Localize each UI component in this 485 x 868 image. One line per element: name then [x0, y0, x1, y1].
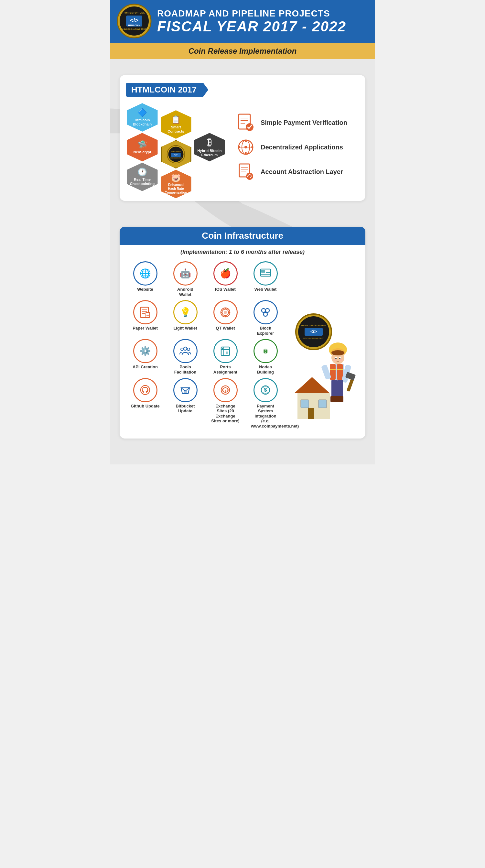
pools-icon [173, 339, 198, 363]
paper-icon [133, 300, 158, 324]
explorer-label: Block Explorer [251, 326, 280, 336]
road-section: HTMLCOIN 2017 🔷 HtmlcoinBlockchain 📋 Sma… [110, 59, 375, 464]
svg-point-25 [251, 146, 253, 148]
infra-item-pools: Pools Facilitation [166, 339, 204, 374]
infra-item-github: Github Update [126, 378, 164, 429]
infra-item-explorer: Block Explorer [247, 300, 285, 336]
header-text: Roadmap and Pipeline Projects Fiscal Yea… [157, 9, 346, 34]
webwallet-label: Web Wallet [255, 287, 277, 292]
svg-rect-99 [336, 396, 344, 402]
ios-icon: 🍎 [214, 261, 238, 285]
infra-item-ios: 🍎 IOS Wallet [206, 261, 245, 297]
hex-neoscrypt: 🛸 NeoScrypt [127, 133, 158, 161]
bitbucket-icon [173, 378, 198, 402]
feature-aal: Account Abstraction Layer [236, 162, 359, 181]
ios-label: IOS Wallet [215, 287, 236, 292]
svg-text:FORTES FORTUNA ADJUVAT: FORTES FORTUNA ADJUVAT [301, 325, 327, 327]
svg-rect-104 [308, 408, 314, 419]
website-icon: 🌐 [133, 261, 158, 285]
svg-point-21 [245, 146, 247, 149]
hex-smart-contracts: 📋 SmartContracts [161, 110, 191, 139]
card-2017: HTMLCOIN 2017 🔷 HtmlcoinBlockchain 📋 Sma… [120, 75, 365, 201]
infra-item-nodes: N Nodes Building [247, 339, 285, 374]
svg-point-22 [245, 141, 247, 142]
header-logo: FORTES FORTUNA IN BLOCKCHAIN WE TRUST </… [117, 3, 152, 40]
svg-text:FORTES FORTUNA: FORTES FORTUNA [171, 151, 181, 153]
ports-icon [214, 339, 238, 363]
dapps-icon [236, 137, 255, 157]
svg-text:</>: </> [311, 329, 317, 334]
svg-text:$: $ [264, 387, 267, 393]
infra-item-paper: Paper Wallet [126, 300, 164, 336]
svg-point-58 [187, 348, 190, 350]
coin-infrastructure-section: Coin Infrastructure (Implementation: 1 t… [110, 227, 375, 452]
svg-point-23 [245, 152, 247, 154]
svg-text:N: N [264, 349, 267, 354]
card-2017-title: HTMLCOIN 2017 [126, 83, 208, 97]
svg-point-52 [263, 312, 267, 316]
payment-label: Payment System Integration (e.g. www.coi… [251, 404, 280, 429]
svg-marker-101 [294, 377, 330, 393]
infra-item-api: ⚙️ API Creation [126, 339, 164, 374]
svg-text:</>: </> [174, 153, 178, 156]
svg-rect-90 [330, 369, 335, 370]
svg-point-84 [339, 358, 341, 359]
infra-title: Coin Infrastructure [120, 227, 365, 245]
svg-text:IN BLOCKCHAIN WE TRUST: IN BLOCKCHAIN WE TRUST [170, 157, 182, 159]
svg-rect-89 [337, 364, 343, 380]
svg-point-86 [340, 359, 343, 361]
api-icon: ⚙️ [133, 339, 158, 363]
qt-icon [214, 300, 238, 324]
infra-subtitle: (Implementation: 1 to 6 months after rel… [120, 245, 365, 258]
svg-rect-32 [261, 270, 265, 273]
svg-text:</>: </> [130, 17, 138, 24]
card-infra: Coin Infrastructure (Implementation: 1 t… [120, 227, 365, 438]
svg-point-83 [335, 358, 336, 359]
card-2017-content: 🔷 HtmlcoinBlockchain 📋 SmartContracts 🛸 [126, 103, 359, 191]
spv-icon [236, 113, 255, 132]
features-list: Simple Payment Verification [236, 113, 359, 181]
svg-point-80 [331, 350, 344, 355]
infra-grid: 🌐 Website 🤖 Android Wallet 🍎 IOS Wallet [126, 261, 285, 429]
feature-spv: Simple Payment Verification [236, 113, 359, 132]
svg-point-62 [222, 348, 223, 349]
svg-text:IN BLOCKCHAIN WE TRUST: IN BLOCKCHAIN WE TRUST [303, 337, 324, 339]
exchange-label: Exchange Sites (20 Exchange Sites or mor… [211, 404, 240, 424]
svg-point-24 [238, 146, 240, 148]
ports-label: Ports Assignment [211, 365, 240, 374]
svg-point-57 [181, 348, 183, 350]
svg-point-56 [184, 347, 187, 350]
android-icon: 🤖 [173, 261, 198, 285]
svg-point-85 [333, 359, 336, 361]
svg-text:FORTES FORTUNA: FORTES FORTUNA [124, 12, 145, 14]
hex-htmlcoin-logo: FORTES FORTUNA IN BLOCKCHAIN WE TRUST </… [161, 140, 191, 168]
android-label: Android Wallet [171, 287, 200, 297]
light-label: Light Wallet [173, 326, 197, 331]
svg-point-30 [246, 173, 253, 180]
nodes-icon: N [254, 339, 278, 363]
infra-item-website: 🌐 Website [126, 261, 164, 297]
explorer-icon [254, 300, 278, 324]
github-label: Github Update [131, 404, 160, 409]
nodes-label: Nodes Building [251, 365, 280, 374]
svg-rect-97 [337, 380, 343, 398]
payment-icon: $ [254, 378, 278, 402]
svg-rect-103 [319, 400, 327, 408]
website-label: Website [137, 287, 153, 292]
yellow-banner: Coin Release Implementation [110, 43, 375, 59]
spv-label: Simple Payment Verification [261, 119, 347, 126]
worker-illustration: FORTES FORTUNA ADJUVAT IN BLOCKCHAIN WE … [288, 261, 359, 429]
svg-rect-102 [301, 400, 309, 408]
hex-htmlcoin-blockchain: 🔷 HtmlcoinBlockchain [127, 103, 158, 132]
infra-item-android: 🤖 Android Wallet [166, 261, 204, 297]
header-title-top: Roadmap and Pipeline Projects [157, 9, 346, 19]
svg-rect-96 [331, 380, 337, 398]
infra-item-bitbucket: Bitbucket Update [166, 378, 204, 429]
paper-label: Paper Wallet [133, 326, 158, 331]
infra-item-ports: Ports Assignment [206, 339, 245, 374]
svg-rect-40 [146, 312, 150, 317]
infra-item-light: 💡 Light Wallet [166, 300, 204, 336]
exchange-icon [214, 378, 238, 402]
feature-dapps: Decentralized Applications [236, 137, 359, 157]
github-icon [133, 378, 158, 402]
